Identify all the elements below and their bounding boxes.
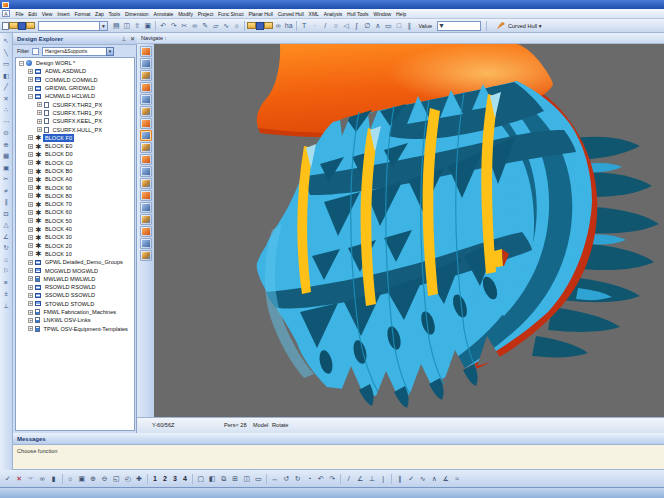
new-file-icon[interactable] bbox=[2, 22, 9, 30]
rectangle-tool-icon[interactable]: ▭ bbox=[383, 20, 394, 31]
print-icon[interactable]: ▤ bbox=[111, 20, 122, 31]
menu-modify[interactable]: Modify bbox=[176, 9, 196, 19]
zoom-out-view-icon[interactable] bbox=[140, 118, 152, 129]
cut-icon[interactable]: ✂ bbox=[179, 20, 190, 31]
folder-up-icon[interactable]: ⇧ bbox=[132, 20, 143, 31]
collapse-icon[interactable]: – bbox=[19, 61, 24, 66]
pan-view-icon[interactable] bbox=[140, 166, 152, 177]
view-number-4[interactable]: 4 bbox=[180, 475, 190, 482]
menu-view[interactable]: View bbox=[39, 9, 55, 19]
tree-item-block-10[interactable]: +∗BLOCK 10 bbox=[16, 250, 134, 258]
tree-item-ssowld-ssowld[interactable]: +SSOWLD SSOWLD bbox=[16, 291, 134, 299]
tree-item-csurfx-thr1-px[interactable]: +CSURFX.THR1_PX bbox=[16, 109, 134, 117]
expand-icon[interactable]: + bbox=[28, 293, 33, 298]
expand-icon[interactable]: + bbox=[28, 86, 33, 91]
model-ha-icon[interactable]: ha bbox=[284, 20, 295, 31]
tree-item-stowld-stowld[interactable]: +STOWLD STOWLD bbox=[16, 300, 134, 308]
window-cascade-icon[interactable]: ◧ bbox=[207, 473, 219, 485]
dots-icon[interactable]: ⋯ bbox=[1, 116, 12, 128]
single-view-icon[interactable]: ▭ bbox=[253, 473, 265, 485]
ellipse-tool-icon[interactable]: ∅ bbox=[362, 20, 373, 31]
expand-icon[interactable]: + bbox=[28, 318, 33, 323]
menu-curved-hull[interactable]: Curved Hull bbox=[275, 9, 306, 19]
expand-icon[interactable]: + bbox=[28, 243, 33, 248]
clip-icon[interactable]: ✂ bbox=[1, 173, 12, 185]
expand-icon[interactable]: + bbox=[28, 251, 33, 256]
snap-check-icon[interactable]: ✓ bbox=[406, 473, 418, 485]
window-menu-icon[interactable]: A bbox=[2, 10, 10, 17]
pen-icon[interactable]: ✎ bbox=[200, 20, 211, 31]
menu-dimension[interactable]: Dimension bbox=[123, 9, 151, 19]
snap-mid-icon[interactable]: ∡ bbox=[440, 473, 452, 485]
walk-view-icon[interactable] bbox=[140, 70, 152, 81]
menu-format[interactable]: Format bbox=[72, 9, 93, 19]
parallel-meas-icon[interactable]: ∥ bbox=[394, 473, 406, 485]
arrow-left-right-icon[interactable]: ↔ bbox=[269, 473, 281, 485]
arc-tool-icon[interactable]: ∧ bbox=[373, 20, 384, 31]
filter-checkbox[interactable] bbox=[32, 48, 39, 55]
snap-near-icon[interactable]: ≈ bbox=[452, 473, 464, 485]
attach-icon[interactable]: ∞ bbox=[190, 20, 201, 31]
tree-item-fmwl-fabrication-machines[interactable]: +FMWL Fabrication_Machines bbox=[16, 308, 134, 316]
expand-icon[interactable]: + bbox=[28, 218, 33, 223]
eye-view-icon[interactable] bbox=[140, 82, 152, 93]
tree-item-block-40[interactable]: +∗BLOCK 40 bbox=[16, 225, 134, 233]
line-diag-icon[interactable]: / bbox=[343, 473, 355, 485]
flag-icon[interactable]: ⚐ bbox=[1, 265, 12, 277]
tree-item-design-worl-[interactable]: –Design WORL * bbox=[16, 59, 134, 67]
window-new-icon[interactable]: ▢ bbox=[195, 473, 207, 485]
close-icon[interactable]: ✕ bbox=[128, 35, 137, 42]
tree-item-block-80[interactable]: +∗BLOCK 80 bbox=[16, 192, 134, 200]
expand-icon[interactable]: + bbox=[28, 235, 33, 240]
triangle-icon[interactable]: △ bbox=[1, 219, 12, 231]
view-number-3[interactable]: 3 bbox=[170, 475, 180, 482]
menu-annotate[interactable]: Annotate bbox=[151, 9, 176, 19]
angle-meas-icon[interactable]: ∠ bbox=[355, 473, 367, 485]
tree-item-gpwl-detailed-demo-groups[interactable]: +GPWL Detailed_Demo_Groups bbox=[16, 258, 134, 266]
tree-item-csurfx-hull-px[interactable]: +CSURFX.HULL_PX bbox=[16, 125, 134, 133]
folders-icon[interactable] bbox=[264, 22, 273, 29]
expand-icon[interactable]: + bbox=[28, 193, 33, 198]
expand-icon[interactable]: + bbox=[28, 202, 33, 207]
expand-icon[interactable]: + bbox=[28, 301, 33, 306]
expand-icon[interactable]: + bbox=[28, 177, 33, 182]
value-dropdown-icon[interactable]: ▼ bbox=[438, 22, 480, 29]
select-arrow-icon[interactable]: ↖ bbox=[1, 35, 12, 47]
vert-meas-icon[interactable]: | bbox=[378, 473, 390, 485]
tree-item-block-70[interactable]: +∗BLOCK 70 bbox=[16, 200, 134, 208]
tree-item-block-b0[interactable]: +∗BLOCK B0 bbox=[16, 167, 134, 175]
measure-icon[interactable]: ± bbox=[1, 288, 12, 300]
screen-copy-icon[interactable]: ▣ bbox=[143, 20, 154, 31]
combobox-dropdown-icon[interactable]: ▼ bbox=[99, 22, 107, 30]
angle-tool2-icon[interactable]: ∠ bbox=[1, 231, 12, 243]
zoom-out-icon[interactable]: ⊖ bbox=[99, 473, 111, 485]
delete-x-icon[interactable]: ✕ bbox=[1, 93, 12, 105]
circle-tool-icon[interactable]: ○ bbox=[331, 20, 342, 31]
home-icon[interactable]: ⌂ bbox=[1, 254, 12, 266]
expand-icon[interactable]: + bbox=[28, 268, 33, 273]
redo-icon[interactable]: ↷ bbox=[169, 20, 180, 31]
open-project-icon[interactable] bbox=[26, 22, 35, 29]
box-select-icon[interactable]: ⊡ bbox=[1, 208, 12, 220]
zoom-dynamic-icon[interactable] bbox=[140, 94, 152, 105]
tree-item-block-60[interactable]: +∗BLOCK 60 bbox=[16, 208, 134, 216]
expand-icon[interactable]: + bbox=[28, 160, 33, 165]
rotate-view-icon[interactable] bbox=[140, 154, 152, 165]
target-icon[interactable]: ⊕ bbox=[1, 139, 12, 151]
expand-icon[interactable]: + bbox=[28, 135, 33, 140]
center-view-icon[interactable] bbox=[140, 178, 152, 189]
spiral-icon[interactable]: ↻ bbox=[1, 242, 12, 254]
zoom-in-icon[interactable]: ⊕ bbox=[88, 473, 100, 485]
grid-icon[interactable]: ▦ bbox=[1, 150, 12, 162]
expand-icon[interactable]: + bbox=[37, 110, 42, 115]
expand-icon[interactable]: + bbox=[28, 77, 33, 82]
pan-hand-icon[interactable]: ☞ bbox=[25, 473, 37, 485]
expand-icon[interactable]: + bbox=[28, 210, 33, 215]
expand-icon[interactable]: + bbox=[28, 185, 33, 190]
redo-view-icon[interactable]: ↷ bbox=[327, 473, 339, 485]
eraser-icon[interactable]: ▱ bbox=[211, 20, 222, 31]
tree-item-block-30[interactable]: +∗BLOCK 30 bbox=[16, 233, 134, 241]
expand-icon[interactable]: + bbox=[28, 260, 33, 265]
rectangle-icon[interactable]: ▭ bbox=[1, 58, 12, 70]
tree-item-block-e0[interactable]: +∗BLOCK E0 bbox=[16, 142, 134, 150]
